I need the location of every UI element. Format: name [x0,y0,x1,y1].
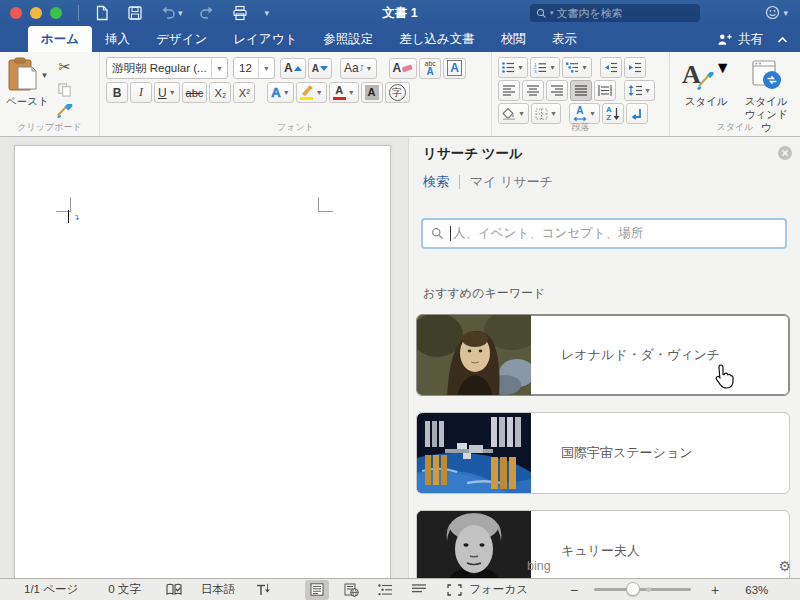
strikethrough-button[interactable]: abc [182,82,208,103]
view-outline-button[interactable] [373,580,397,600]
highlight-button[interactable]: ▼ [296,82,327,103]
view-web-layout-button[interactable] [339,580,363,600]
grow-font-button[interactable]: A [280,58,306,79]
settings-gear-icon[interactable]: ⚙ [778,558,791,574]
copy-icon[interactable] [55,80,75,98]
bold-button[interactable]: B [106,82,128,103]
close-window-button[interactable] [10,7,22,19]
minimize-window-button[interactable] [30,7,42,19]
shrink-font-button[interactable]: A [308,58,332,79]
save-icon[interactable] [126,5,143,21]
input-caret [450,226,451,241]
character-width-dropdown-icon: ▼ [589,110,596,117]
paste-button[interactable]: ▼ [6,57,48,93]
zoom-slider[interactable] [594,588,691,591]
add-person-icon [717,33,733,46]
document-search-field[interactable]: ▾ 文書内を検索 [530,4,700,22]
feedback-smiley-icon[interactable]: ▾ [765,5,788,20]
editing-marks-icon [630,108,643,120]
character-border-button[interactable]: A [443,58,466,79]
print-icon[interactable] [232,5,249,21]
view-draft-button[interactable] [407,580,431,600]
tab-mailings[interactable]: 差し込み文書 [386,26,488,52]
format-painter-icon[interactable] [55,102,75,120]
tab-home[interactable]: ホーム [28,26,92,52]
tab-layout[interactable]: レイアウト [220,26,310,52]
collapse-ribbon-icon[interactable] [777,30,788,48]
paste-dropdown-icon[interactable]: ▼ [40,71,48,80]
zoom-slider-thumb[interactable] [626,582,640,596]
tab-insert[interactable]: 挿入 [92,26,143,52]
text-effects-button[interactable]: A▼ [267,82,293,103]
subscript-button[interactable]: X₂ [209,82,231,103]
italic-button[interactable]: I [130,82,152,103]
document-canvas[interactable]: ↴ [0,137,408,578]
search-scope-caret[interactable]: ▾ [550,9,554,17]
line-spacing-button[interactable]: ▼ [624,80,655,101]
document-page[interactable]: ↴ [14,145,391,578]
language-label[interactable]: 日本語 [201,582,236,597]
cut-icon[interactable]: ✂ [55,58,75,76]
distribute-text-button[interactable] [594,80,616,101]
zoom-level-label[interactable]: 63% [745,584,768,596]
panel-close-icon[interactable] [778,146,792,160]
line-spacing-icon [628,85,642,96]
tab-references[interactable]: 参照設定 [310,26,386,52]
underline-button[interactable]: U▼ [154,82,180,103]
search-icon [431,227,444,240]
word-count-label[interactable]: 0 文字 [108,582,141,597]
zoom-in-button[interactable]: + [711,582,719,598]
tab-review[interactable]: 校閲 [488,26,539,52]
superscript-button[interactable]: X² [233,82,255,103]
eraser-icon [401,63,413,73]
ribbon: ▼ ペースト ✂ クリップボード [0,52,800,137]
phonetic-guide-button[interactable]: abcA [419,58,441,79]
keyword-card-leonardo[interactable]: レオナルド・ダ・ヴィンチ [416,314,790,396]
multilevel-dropdown-icon: ▼ [581,64,588,71]
focus-mode-icon[interactable] [445,582,463,598]
font-name-combo[interactable]: 游明朝 Regular (... ▼ [106,57,228,79]
decrease-indent-button[interactable] [600,57,622,78]
proofing-status-icon[interactable] [165,582,183,598]
margin-crop-mark-right [318,197,333,212]
research-tools-panel: リサーチ ツール 検索 マイ リサーチ 人、イベント、コンセプト、場所 おすすめ… [408,137,800,578]
keyword-card-iss[interactable]: 国際宇宙ステーション [416,412,790,494]
main-area: ↴ リサーチ ツール 検索 マイ リサーチ 人、イベント、コンセプト、場所 おす… [0,137,800,578]
text-direction-icon[interactable] [253,582,271,598]
character-shading-button[interactable]: A [361,82,383,103]
align-center-button[interactable] [522,80,544,101]
view-print-layout-button[interactable] [305,580,329,600]
enclose-characters-button[interactable]: 字 [385,82,410,103]
clear-formatting-button[interactable]: A [389,58,418,79]
justify-button[interactable] [570,80,592,101]
ribbon-tab-bar: ホーム 挿入 デザイン レイアウト 参照設定 差し込み文書 校閲 表示 共有 [0,26,800,52]
undo-dropdown-icon[interactable]: ▾ [178,8,183,18]
redo-icon[interactable] [199,5,216,21]
tab-design[interactable]: デザイン [143,26,220,52]
increase-indent-button[interactable] [624,57,646,78]
focus-mode-label[interactable]: フォーカス [469,582,528,597]
font-color-button[interactable]: A ▼ [329,82,359,103]
align-right-button[interactable] [546,80,568,101]
new-document-icon[interactable] [93,5,110,21]
research-search-input[interactable]: 人、イベント、コンセプト、場所 [421,218,787,249]
page-count-label[interactable]: 1/1 ページ [24,582,78,597]
align-right-icon [551,85,563,96]
toolbar-options-icon[interactable]: ▾ [265,8,270,18]
undo-icon[interactable] [159,5,176,21]
multilevel-list-button[interactable]: ▼ [562,57,592,78]
zoom-out-button[interactable]: − [570,582,578,598]
share-button[interactable]: 共有 [717,31,763,48]
font-group: 游明朝 Regular (... ▼ 12 ▼ A A Aa⤴▼ A abcA [100,52,492,136]
panel-tab-search[interactable]: 検索 [423,173,449,191]
align-left-button[interactable] [498,80,520,101]
change-case-button[interactable]: Aa⤴▼ [340,58,377,79]
bullets-button[interactable]: ▼ [498,57,528,78]
zoom-window-button[interactable] [50,7,62,19]
numbering-button[interactable]: 123 ▼ [530,57,560,78]
panel-tab-my-research[interactable]: マイ リサーチ [470,173,553,191]
align-left-icon [503,85,515,96]
style-brush-icon [695,72,715,90]
tab-view[interactable]: 表示 [539,26,590,52]
font-size-combo[interactable]: 12 ▼ [233,57,275,79]
